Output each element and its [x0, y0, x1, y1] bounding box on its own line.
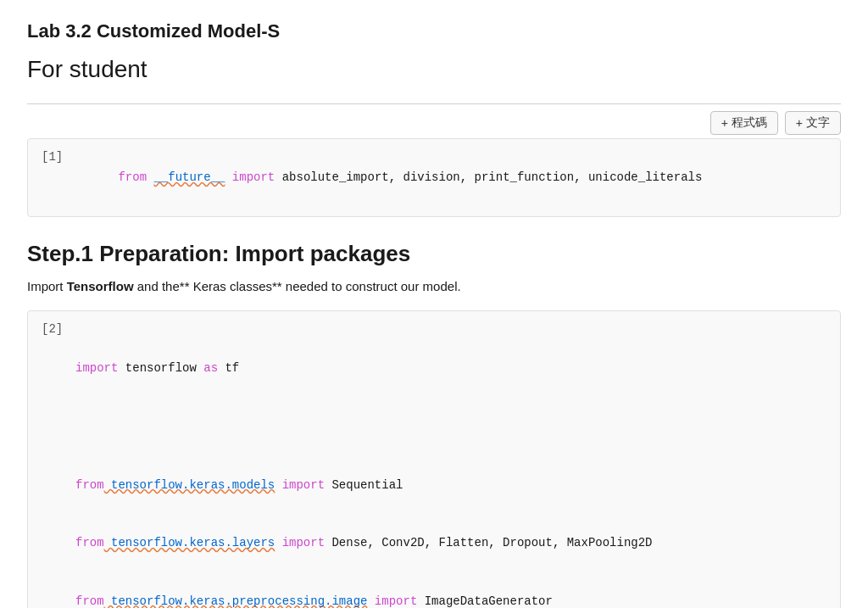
code-line-3: from tensorflow.keras.models import Sequ… — [75, 476, 653, 496]
dunder-future: __future__ — [153, 170, 225, 184]
keyword-from: from — [118, 170, 147, 184]
toolbar-row: + 程式碼 + 文字 — [27, 103, 841, 135]
cell-1-rest: absolute_import, division, print_functio… — [275, 170, 702, 184]
cell-2-code[interactable]: import tensorflow as tf from tensorflow.… — [75, 321, 653, 608]
add-text-button[interactable]: + 文字 — [785, 111, 841, 135]
cell-1-row: [1] from __future__ import absolute_impo… — [42, 149, 826, 206]
add-code-label: 程式碼 — [732, 115, 767, 131]
desc-bold: Tensorflow — [67, 279, 134, 293]
cell-2-row: [2] import tensorflow as tf from tensorf… — [42, 321, 826, 608]
code-line-5: from tensorflow.keras.preprocessing.imag… — [75, 592, 653, 608]
plus-icon: + — [721, 116, 728, 130]
cell-1-number: [1] — [42, 149, 69, 164]
page-subtitle: For student — [27, 56, 841, 83]
add-text-label: 文字 — [806, 115, 830, 131]
code-line-4: from tensorflow.keras.layers import Dens… — [75, 533, 653, 554]
plus-icon-text: + — [796, 116, 803, 130]
section-1-heading: Step.1 Preparation: Import packages — [27, 241, 841, 267]
page-title: Lab 3.2 Customized Model-S — [27, 20, 841, 42]
code-cell-1: [1] from __future__ import absolute_impo… — [27, 138, 841, 217]
desc-middle: and the** Keras classes** needed to cons… — [134, 279, 461, 293]
cell-2-number: [2] — [42, 321, 69, 336]
code-cell-2: [2] import tensorflow as tf from tensorf… — [27, 310, 841, 608]
keyword-import: import — [232, 170, 275, 184]
code-line-1: import tensorflow as tf — [75, 359, 653, 379]
desc-before: Import — [27, 279, 67, 293]
cell-1-code[interactable]: from __future__ import absolute_import, … — [75, 149, 702, 206]
section-1-desc: Import Tensorflow and the** Keras classe… — [27, 277, 841, 297]
code-line-spacer1 — [75, 417, 653, 438]
add-code-button[interactable]: + 程式碼 — [710, 111, 778, 135]
